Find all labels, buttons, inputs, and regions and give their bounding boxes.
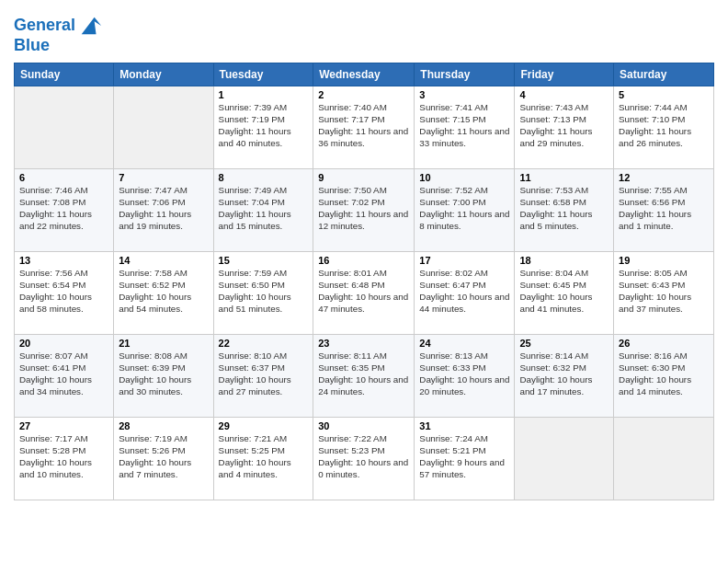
day-number: 17 [419, 255, 509, 266]
col-saturday: Saturday [614, 63, 714, 86]
day-info: Sunrise: 7:22 AMSunset: 5:23 PMDaylight:… [318, 432, 409, 481]
day-number: 7 [119, 172, 208, 183]
calendar-cell: 7Sunrise: 7:47 AMSunset: 7:06 PMDaylight… [114, 168, 213, 251]
day-info: Sunrise: 7:56 AMSunset: 6:54 PMDaylight:… [19, 267, 108, 316]
calendar-cell: 6Sunrise: 7:46 AMSunset: 7:08 PMDaylight… [15, 168, 114, 251]
calendar-week-row: 13Sunrise: 7:56 AMSunset: 6:54 PMDayligh… [15, 251, 714, 334]
calendar-cell: 29Sunrise: 7:21 AMSunset: 5:25 PMDayligh… [213, 417, 313, 500]
calendar-cell: 9Sunrise: 7:50 AMSunset: 7:02 PMDaylight… [313, 168, 415, 251]
calendar-cell: 5Sunrise: 7:44 AMSunset: 7:10 PMDaylight… [614, 86, 714, 168]
calendar-cell: 28Sunrise: 7:19 AMSunset: 5:26 PMDayligh… [114, 417, 213, 500]
day-info: Sunrise: 7:59 AMSunset: 6:50 PMDaylight:… [219, 267, 309, 316]
day-number: 28 [119, 420, 208, 431]
col-wednesday: Wednesday [313, 63, 415, 86]
calendar-cell: 15Sunrise: 7:59 AMSunset: 6:50 PMDayligh… [213, 251, 313, 334]
day-info: Sunrise: 7:58 AMSunset: 6:52 PMDaylight:… [119, 267, 208, 316]
calendar-cell: 20Sunrise: 8:07 AMSunset: 6:41 PMDayligh… [15, 334, 114, 417]
day-number: 12 [619, 172, 709, 183]
calendar-cell: 27Sunrise: 7:17 AMSunset: 5:28 PMDayligh… [15, 417, 114, 500]
day-info: Sunrise: 7:40 AMSunset: 7:17 PMDaylight:… [318, 101, 409, 150]
day-number: 18 [519, 255, 609, 266]
day-number: 21 [119, 338, 208, 349]
day-number: 14 [119, 255, 208, 266]
day-number: 10 [419, 172, 509, 183]
day-info: Sunrise: 8:13 AMSunset: 6:33 PMDaylight:… [419, 350, 509, 398]
calendar-cell: 13Sunrise: 7:56 AMSunset: 6:54 PMDayligh… [15, 251, 114, 334]
calendar-header-row: Sunday Monday Tuesday Wednesday Thursday… [15, 63, 714, 86]
calendar-cell: 12Sunrise: 7:55 AMSunset: 6:56 PMDayligh… [614, 168, 714, 251]
day-number: 22 [219, 338, 309, 349]
day-info: Sunrise: 8:08 AMSunset: 6:39 PMDaylight:… [119, 350, 208, 398]
calendar-week-row: 20Sunrise: 8:07 AMSunset: 6:41 PMDayligh… [15, 334, 714, 417]
calendar-cell: 11Sunrise: 7:53 AMSunset: 6:58 PMDayligh… [515, 168, 614, 251]
day-number: 1 [219, 89, 309, 100]
day-info: Sunrise: 8:04 AMSunset: 6:45 PMDaylight:… [519, 267, 609, 316]
calendar-cell: 3Sunrise: 7:41 AMSunset: 7:15 PMDaylight… [415, 86, 515, 168]
calendar-table: Sunday Monday Tuesday Wednesday Thursday… [14, 63, 714, 500]
calendar-cell: 10Sunrise: 7:52 AMSunset: 7:00 PMDayligh… [415, 168, 515, 251]
calendar-cell: 18Sunrise: 8:04 AMSunset: 6:45 PMDayligh… [515, 251, 614, 334]
day-info: Sunrise: 7:53 AMSunset: 6:58 PMDaylight:… [519, 184, 609, 233]
calendar-week-row: 27Sunrise: 7:17 AMSunset: 5:28 PMDayligh… [15, 417, 714, 500]
calendar-cell: 8Sunrise: 7:49 AMSunset: 7:04 PMDaylight… [213, 168, 313, 251]
calendar-cell [15, 86, 114, 168]
day-number: 27 [19, 420, 108, 431]
svg-marker-0 [82, 17, 101, 35]
day-info: Sunrise: 7:44 AMSunset: 7:10 PMDaylight:… [619, 101, 709, 150]
calendar-cell: 31Sunrise: 7:24 AMSunset: 5:21 PMDayligh… [415, 417, 515, 500]
col-monday: Monday [114, 63, 213, 86]
day-number: 16 [318, 255, 409, 266]
calendar-cell [114, 86, 213, 168]
logo-icon [77, 13, 103, 39]
calendar-week-row: 1Sunrise: 7:39 AMSunset: 7:19 PMDaylight… [15, 86, 714, 168]
page-header: General Blue [14, 9, 714, 55]
day-number: 29 [219, 420, 309, 431]
day-info: Sunrise: 7:17 AMSunset: 5:28 PMDaylight:… [19, 432, 108, 481]
day-number: 11 [519, 172, 609, 183]
calendar-cell [614, 417, 714, 500]
day-info: Sunrise: 7:47 AMSunset: 7:06 PMDaylight:… [119, 184, 208, 233]
calendar-cell: 1Sunrise: 7:39 AMSunset: 7:19 PMDaylight… [213, 86, 313, 168]
day-number: 6 [19, 172, 108, 183]
day-number: 31 [419, 420, 509, 431]
calendar-cell [515, 417, 614, 500]
calendar-cell: 24Sunrise: 8:13 AMSunset: 6:33 PMDayligh… [415, 334, 515, 417]
calendar-cell: 4Sunrise: 7:43 AMSunset: 7:13 PMDaylight… [515, 86, 614, 168]
day-info: Sunrise: 8:07 AMSunset: 6:41 PMDaylight:… [19, 350, 108, 398]
day-info: Sunrise: 8:01 AMSunset: 6:48 PMDaylight:… [318, 267, 409, 316]
day-info: Sunrise: 8:16 AMSunset: 6:30 PMDaylight:… [619, 350, 709, 398]
day-number: 9 [318, 172, 409, 183]
calendar-cell: 22Sunrise: 8:10 AMSunset: 6:37 PMDayligh… [213, 334, 313, 417]
calendar-cell: 30Sunrise: 7:22 AMSunset: 5:23 PMDayligh… [313, 417, 415, 500]
day-number: 30 [318, 420, 409, 431]
calendar-cell: 25Sunrise: 8:14 AMSunset: 6:32 PMDayligh… [515, 334, 614, 417]
day-info: Sunrise: 7:55 AMSunset: 6:56 PMDaylight:… [619, 184, 709, 233]
day-info: Sunrise: 8:05 AMSunset: 6:43 PMDaylight:… [619, 267, 709, 316]
day-info: Sunrise: 7:52 AMSunset: 7:00 PMDaylight:… [419, 184, 509, 233]
day-info: Sunrise: 7:50 AMSunset: 7:02 PMDaylight:… [318, 184, 409, 233]
day-info: Sunrise: 7:43 AMSunset: 7:13 PMDaylight:… [519, 101, 609, 150]
day-number: 8 [219, 172, 309, 183]
day-number: 2 [318, 89, 409, 100]
day-info: Sunrise: 8:14 AMSunset: 6:32 PMDaylight:… [519, 350, 609, 398]
day-info: Sunrise: 8:11 AMSunset: 6:35 PMDaylight:… [318, 350, 409, 398]
day-info: Sunrise: 7:24 AMSunset: 5:21 PMDaylight:… [419, 432, 509, 481]
day-number: 19 [619, 255, 709, 266]
logo-text-blue: Blue [14, 37, 103, 55]
day-info: Sunrise: 7:49 AMSunset: 7:04 PMDaylight:… [219, 184, 309, 233]
day-number: 23 [318, 338, 409, 349]
calendar-week-row: 6Sunrise: 7:46 AMSunset: 7:08 PMDaylight… [15, 168, 714, 251]
day-number: 24 [419, 338, 509, 349]
col-tuesday: Tuesday [213, 63, 313, 86]
logo-text-general: General [14, 17, 75, 35]
calendar-cell: 26Sunrise: 8:16 AMSunset: 6:30 PMDayligh… [614, 334, 714, 417]
calendar-cell: 17Sunrise: 8:02 AMSunset: 6:47 PMDayligh… [415, 251, 515, 334]
col-friday: Friday [515, 63, 614, 86]
calendar-cell: 2Sunrise: 7:40 AMSunset: 7:17 PMDaylight… [313, 86, 415, 168]
calendar-cell: 23Sunrise: 8:11 AMSunset: 6:35 PMDayligh… [313, 334, 415, 417]
day-number: 20 [19, 338, 108, 349]
day-info: Sunrise: 7:19 AMSunset: 5:26 PMDaylight:… [119, 432, 208, 481]
day-number: 3 [419, 89, 509, 100]
day-number: 25 [519, 338, 609, 349]
day-info: Sunrise: 7:39 AMSunset: 7:19 PMDaylight:… [219, 101, 309, 150]
